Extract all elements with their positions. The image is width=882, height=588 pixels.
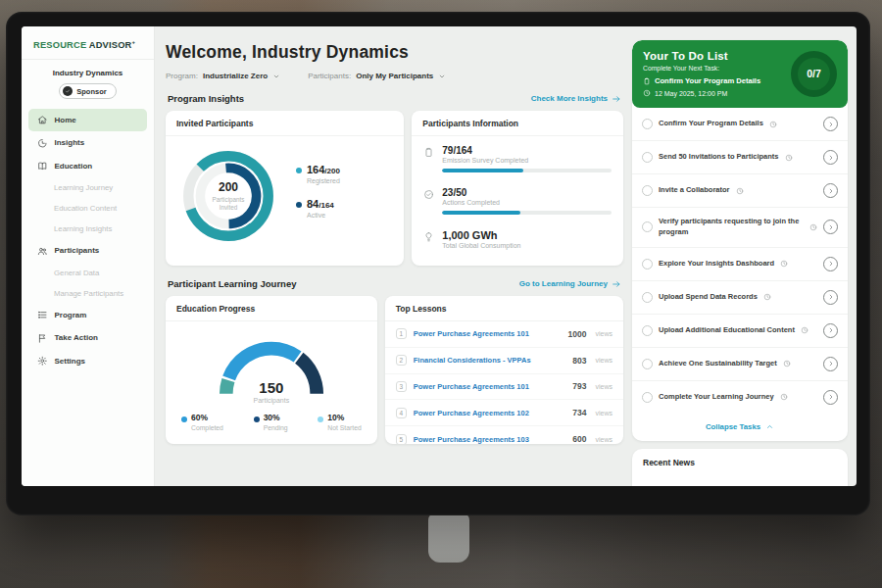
sidebar-item-label: Home bbox=[55, 116, 76, 124]
task-go-button[interactable] bbox=[823, 117, 838, 131]
program-filter[interactable]: Program: Industrialize Zero bbox=[166, 72, 280, 80]
chevron-right-icon bbox=[827, 187, 835, 195]
task-go-button[interactable] bbox=[823, 183, 838, 198]
lesson-rank: 1 bbox=[396, 328, 407, 339]
task-label: Invite a Collaborator bbox=[659, 185, 730, 196]
task-go-button[interactable] bbox=[823, 390, 838, 405]
task-checkbox[interactable] bbox=[642, 259, 653, 270]
monitor-stand bbox=[428, 512, 469, 563]
logo-secondary: ADVISOR bbox=[89, 40, 132, 50]
clock-icon bbox=[780, 393, 788, 401]
actions-value: 23/50 bbox=[442, 187, 612, 198]
todo-task-row[interactable]: Explore Your Insights Dashboard bbox=[632, 248, 848, 281]
organization-name: Industry Dynamics bbox=[22, 69, 154, 77]
task-checkbox[interactable] bbox=[642, 152, 653, 163]
sidebar-item-manage-participants[interactable]: Manage Participants bbox=[28, 283, 147, 303]
lesson-link[interactable]: Power Purchase Agreements 101 bbox=[414, 329, 562, 338]
filters-row: Program: Industrialize Zero Participants… bbox=[166, 72, 623, 80]
todo-title: Your To Do List bbox=[643, 50, 783, 62]
task-go-button[interactable] bbox=[823, 357, 838, 371]
info-row-emission-survey: 79/164 Emission Survey Completed bbox=[412, 136, 623, 178]
sidebar-item-label: Manage Participants bbox=[54, 289, 123, 298]
sidebar-item-general-data[interactable]: General Data bbox=[28, 263, 147, 282]
task-checkbox[interactable] bbox=[642, 325, 653, 336]
arrow-right-icon bbox=[612, 94, 621, 104]
lesson-rank: 2 bbox=[396, 355, 407, 366]
top-lessons-card: Top Lessons 1 Power Purchase Agreements … bbox=[385, 296, 623, 444]
sidebar-item-take-action[interactable]: Take Action bbox=[28, 327, 147, 350]
recent-news-title: Recent News bbox=[643, 458, 837, 467]
todo-header: Your To Do List Complete Your Next Task:… bbox=[632, 40, 848, 108]
task-go-button[interactable] bbox=[823, 323, 838, 338]
clock-icon bbox=[763, 293, 771, 301]
collapse-label: Collapse Tasks bbox=[706, 422, 760, 431]
lesson-row: 3 Power Purchase Agreements 101 793 view… bbox=[385, 374, 623, 401]
task-checkbox[interactable] bbox=[642, 359, 653, 369]
task-go-button[interactable] bbox=[823, 257, 838, 271]
sidebar-item-learning-journey[interactable]: Learning Journey bbox=[28, 178, 147, 198]
lesson-link[interactable]: Power Purchase Agreements 101 bbox=[414, 382, 566, 391]
go-to-learning-journey-link[interactable]: Go to Learning Journey bbox=[519, 279, 621, 289]
participants-filter[interactable]: Participants: Only My Participants bbox=[308, 72, 446, 80]
sidebar-item-participants[interactable]: Participants bbox=[28, 240, 147, 263]
right-column: Your To Do List Complete Your Next Task:… bbox=[632, 34, 848, 486]
todo-task-row[interactable]: Invite a Collaborator bbox=[632, 174, 848, 208]
sidebar-item-insights[interactable]: Insights bbox=[28, 132, 147, 155]
views-label: views bbox=[595, 357, 612, 364]
task-go-button[interactable] bbox=[823, 290, 838, 305]
collapse-tasks-link[interactable]: Collapse Tasks bbox=[632, 414, 848, 441]
todo-task-row[interactable]: Upload Additional Educational Content bbox=[632, 315, 848, 348]
task-checkbox[interactable] bbox=[642, 392, 653, 403]
task-go-button[interactable] bbox=[823, 150, 838, 165]
lesson-link[interactable]: Power Purchase Agreements 102 bbox=[414, 409, 566, 417]
completed-dot bbox=[181, 416, 187, 422]
sidebar-item-learning-insights[interactable]: Learning Insights bbox=[28, 220, 147, 239]
todo-task-row[interactable]: Achieve One Sustainability Target bbox=[632, 348, 848, 381]
check-more-insights-link[interactable]: Check More Insights bbox=[531, 94, 621, 104]
legend-item-not-started: 10%Not Started bbox=[318, 414, 361, 431]
registered-label: Registered bbox=[307, 177, 340, 184]
chevron-right-icon bbox=[827, 393, 835, 401]
todo-task-row[interactable]: Verify participants requesting to join t… bbox=[632, 208, 848, 248]
views-label: views bbox=[595, 330, 612, 337]
task-checkbox[interactable] bbox=[642, 292, 653, 303]
task-label: Confirm Your Program Details bbox=[659, 119, 763, 129]
lesson-rank: 3 bbox=[396, 381, 407, 392]
clock-icon bbox=[769, 121, 777, 128]
legend-item-completed: 60%Completed bbox=[181, 414, 223, 431]
app-logo: RESOURCE ADVISOR+ bbox=[22, 26, 154, 60]
todo-task-row[interactable]: Complete Your Learning Journey bbox=[632, 381, 848, 414]
views-label: views bbox=[595, 436, 612, 443]
sponsor-badge-label: Sponsor bbox=[76, 87, 106, 96]
card-title: Education Progress bbox=[166, 296, 377, 321]
link-label: Go to Learning Journey bbox=[519, 279, 608, 288]
task-label: Send 50 Invitations to Participants bbox=[659, 152, 779, 163]
lesson-link[interactable]: Power Purchase Agreements 103 bbox=[414, 435, 566, 444]
logo-plus: + bbox=[132, 39, 136, 45]
todo-next-due: 12 May 2025, 12:00 PM bbox=[643, 89, 783, 97]
todo-task-row[interactable]: Send 50 Invitations to Participants bbox=[632, 141, 848, 174]
lesson-link[interactable]: Financial Considerations - VPPAs bbox=[414, 356, 566, 365]
sidebar-item-education-content[interactable]: Education Content bbox=[28, 199, 147, 219]
card-title: Participants Information bbox=[412, 111, 623, 136]
link-label: Check More Insights bbox=[531, 94, 608, 103]
sidebar-item-label: Learning Insights bbox=[54, 224, 112, 233]
task-checkbox[interactable] bbox=[642, 185, 653, 196]
views-label: views bbox=[595, 383, 612, 390]
invited-participants-card: Invited Participants 200 bbox=[166, 111, 404, 266]
todo-task-row[interactable]: Confirm Your Program Details bbox=[632, 108, 848, 141]
active-value: 84/164 bbox=[307, 199, 334, 210]
logo-primary: RESOURCE bbox=[33, 40, 86, 50]
participants-information-card: Participants Information 79/164 Emission… bbox=[412, 111, 623, 266]
not-started-dot bbox=[318, 416, 323, 422]
task-go-button[interactable] bbox=[823, 220, 838, 234]
sidebar-item-home[interactable]: Home bbox=[28, 109, 147, 131]
sidebar-item-settings[interactable]: Settings bbox=[28, 350, 147, 372]
task-checkbox[interactable] bbox=[642, 221, 653, 232]
sidebar-item-education[interactable]: Education bbox=[28, 155, 147, 177]
clock-icon bbox=[780, 260, 788, 268]
todo-task-row[interactable]: Upload Spend Data Records bbox=[632, 281, 848, 315]
task-checkbox[interactable] bbox=[642, 119, 653, 129]
sidebar-item-program[interactable]: Program bbox=[28, 304, 147, 326]
lesson-views: 1000 bbox=[568, 329, 587, 339]
